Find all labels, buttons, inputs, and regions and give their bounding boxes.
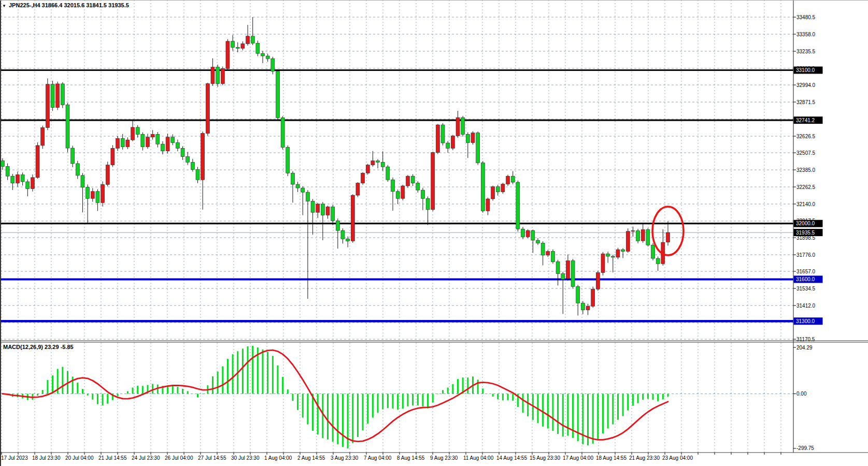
symbol-dropdown-icon[interactable]: ▼: [2, 4, 6, 8]
chart-window: 33113.032749.032017.531289.533480.533358…: [0, 0, 868, 466]
main-chart-plot-area[interactable]: [0, 0, 793, 341]
symbol-info-line: JPN225-,H4 31866.4 32015.6 31841.5 31935…: [9, 2, 129, 8]
macd-plot-area[interactable]: [0, 342, 793, 453]
trading-chart: 33113.032749.032017.531289.533480.533358…: [0, 0, 868, 466]
macd-indicator-label: MACD(12,26,9) 23.29 -5.85: [3, 344, 74, 350]
macd-axis-max-label: 204.29: [796, 345, 813, 351]
price-axis-area[interactable]: [793, 0, 868, 453]
macd-axis-min-label: -299.75: [796, 445, 814, 451]
time-axis-area[interactable]: [0, 453, 868, 466]
